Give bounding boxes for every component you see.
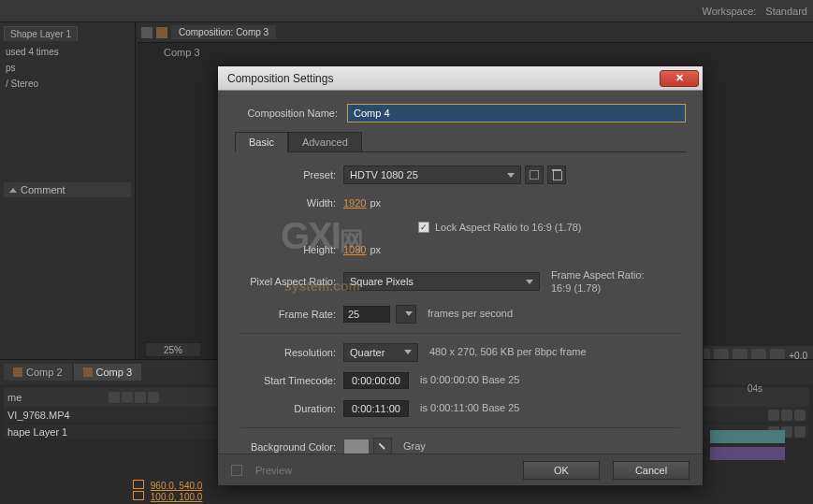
par-label: Pixel Aspect Ratio: <box>240 276 343 287</box>
viewer-tabbar: Composition: Comp 3 <box>138 22 813 43</box>
timeline-tab[interactable]: Comp 2 <box>4 364 72 381</box>
chevron-down-icon <box>507 173 515 178</box>
bgcolor-label: Background Color: <box>240 441 343 453</box>
switch-icons <box>109 392 159 403</box>
chevron-down-icon <box>405 311 413 316</box>
bgcolor-swatch[interactable] <box>343 439 370 455</box>
preset-label: Preset: <box>240 169 343 180</box>
start-timecode-label: Start Timecode: <box>240 375 343 386</box>
timeline-tab[interactable]: Comp 3 <box>74 364 142 381</box>
width-label: Width: <box>240 197 343 209</box>
link-icon[interactable] <box>133 480 144 489</box>
comp-icon <box>83 367 93 377</box>
resolution-info: 480 x 270, 506 KB per 8bpc frame <box>429 345 587 358</box>
comp-name-label: Composition Name: <box>235 108 347 119</box>
comp-name-input[interactable] <box>347 104 686 122</box>
top-toolbar: Workspace: Standard <box>0 0 813 22</box>
basic-panel: Preset: HDTV 1080 25 Width: 1920 px ✓ Lo… <box>235 151 686 471</box>
checkbox-checked-icon[interactable]: ✓ <box>418 222 429 233</box>
par-dropdown[interactable]: Square Pixels <box>343 272 540 291</box>
height-label: Height: <box>240 244 343 255</box>
lock-aspect-row[interactable]: ✓ Lock Aspect Ratio to 16:9 (1.78) <box>418 222 680 233</box>
ruler-tick-label: 04s <box>748 383 762 394</box>
stereo-text: / Stereo <box>6 79 129 89</box>
duration-label: Duration: <box>240 403 343 414</box>
start-timecode-input[interactable] <box>343 372 409 389</box>
framerate-input[interactable] <box>343 306 390 323</box>
dialog-tabs: Basic Advanced <box>235 132 686 152</box>
dialog-body: Composition Name: Basic Advanced Preset:… <box>218 91 703 484</box>
close-icon: ✕ <box>675 72 684 84</box>
start-timecode-info: is 0:00:00:00 Base 25 <box>420 373 519 386</box>
resolution-dropdown[interactable]: Quarter <box>343 343 418 362</box>
chevron-down-icon <box>526 280 533 284</box>
px-unit: px <box>370 244 381 255</box>
switch-icon[interactable] <box>781 410 792 421</box>
timeline-ruler[interactable]: 04s <box>710 378 804 396</box>
switch-icon[interactable] <box>768 410 779 421</box>
width-value[interactable]: 1920 <box>343 197 366 209</box>
col-name: me <box>7 392 101 403</box>
height-value[interactable]: 1080 <box>343 244 366 255</box>
zoom-dropdown[interactable]: 25% <box>145 342 201 357</box>
used-count: used 4 times <box>6 47 129 57</box>
eye-icon[interactable] <box>109 392 120 403</box>
tool-icon[interactable] <box>51 5 64 18</box>
workspace-value[interactable]: Standard <box>765 6 807 17</box>
tab-advanced[interactable]: Advanced <box>288 132 362 152</box>
framerate-dropdown[interactable] <box>396 305 416 324</box>
close-button[interactable]: ✕ <box>660 70 699 87</box>
solo-icon[interactable] <box>122 392 133 403</box>
resolution-value: Quarter <box>350 347 399 358</box>
tab-basic[interactable]: Basic <box>235 132 288 152</box>
preset-dropdown[interactable]: HDTV 1080 25 <box>343 166 521 184</box>
layer-bar[interactable] <box>710 430 785 443</box>
tool-icon[interactable] <box>28 5 41 18</box>
framerate-label: Frame Rate: <box>240 309 343 320</box>
save-preset-button[interactable] <box>525 166 544 184</box>
viewer-breadcrumb[interactable]: Comp 3 <box>156 43 813 62</box>
divider <box>240 333 680 334</box>
lock-icon[interactable] <box>135 392 146 403</box>
far-info: Frame Aspect Ratio:16:9 (1.78) <box>551 268 645 295</box>
shy-icon[interactable] <box>148 392 159 403</box>
eyedropper-icon <box>376 440 389 454</box>
trash-icon <box>552 169 561 180</box>
px-unit: px <box>370 197 381 209</box>
duration-info: is 0:00:11:00 Base 25 <box>420 401 519 414</box>
delete-preset-button[interactable] <box>547 166 566 184</box>
switch-icon[interactable] <box>794 410 806 421</box>
chevron-down-icon <box>404 350 412 354</box>
comment-header[interactable]: Comment <box>4 182 131 197</box>
save-icon <box>530 170 539 180</box>
lock-icon[interactable] <box>141 27 152 38</box>
par-value: Square Pixels <box>350 276 520 287</box>
chevron-up-icon <box>9 188 17 193</box>
position-value[interactable]: 960.0, 540.0 <box>151 481 203 491</box>
scale-value[interactable]: 100.0, 100.0 <box>151 492 203 502</box>
project-panel: Shape Layer 1 used 4 times ps / Stereo C… <box>0 22 136 359</box>
dialog-titlebar[interactable]: Composition Settings ✕ <box>218 66 703 91</box>
framerate-suffix: frames per second <box>428 307 513 320</box>
comment-label: Comment <box>21 184 65 195</box>
comp-icon <box>156 27 167 38</box>
cancel-button[interactable]: Cancel <box>613 461 690 480</box>
resolution-label: Resolution: <box>240 347 343 358</box>
viewer-tab[interactable]: Composition: Comp 3 <box>171 25 276 39</box>
lock-aspect-label: Lock Aspect Ratio to 16:9 (1.78) <box>435 222 582 233</box>
workspace-label: Workspace: <box>702 6 756 17</box>
preview-label: Preview <box>255 465 292 476</box>
tool-icon[interactable] <box>6 5 19 18</box>
comp-icon <box>13 367 22 377</box>
ok-button[interactable]: OK <box>523 461 600 480</box>
duration-input[interactable] <box>343 400 409 417</box>
dialog-footer: Preview OK Cancel <box>218 454 703 485</box>
panel-tab[interactable]: Shape Layer 1 <box>4 26 78 41</box>
layer-bar[interactable] <box>710 447 785 460</box>
preset-value: HDTV 1080 25 <box>350 169 501 180</box>
link-icon[interactable] <box>133 491 144 500</box>
bgcolor-name: Gray <box>403 439 426 453</box>
preview-checkbox <box>231 465 242 476</box>
switch-icon[interactable] <box>794 426 806 438</box>
composition-settings-dialog: Composition Settings ✕ Composition Name:… <box>217 65 704 486</box>
